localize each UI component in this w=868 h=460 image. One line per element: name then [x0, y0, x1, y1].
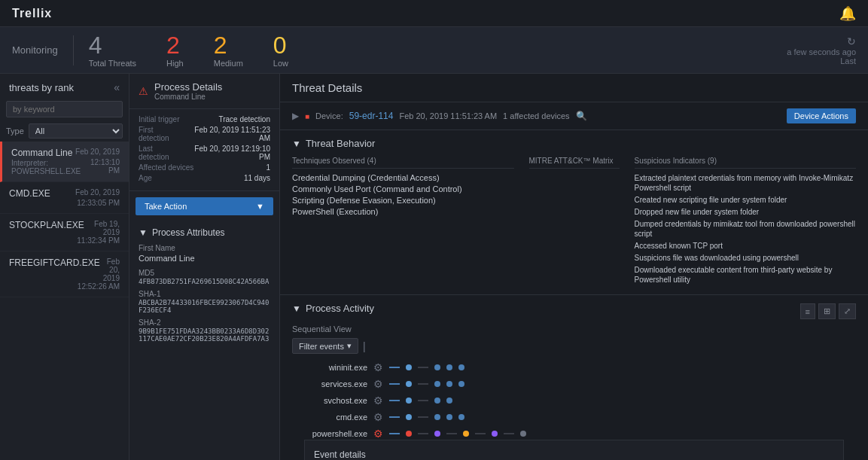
device-search-icon[interactable]: 🔍 — [576, 111, 587, 121]
refresh-icon[interactable]: ↻ — [847, 35, 856, 47]
affected-devices-label: Affected devices — [139, 163, 193, 172]
device-affected: 1 affected devices — [503, 111, 569, 120]
first-detection-label: First detection — [139, 126, 184, 142]
connector — [504, 433, 514, 434]
process-name: svchost.exe — [300, 396, 367, 405]
process-row-wininit: wininit.exe ⚙ — [300, 361, 856, 373]
md5-value: 4FB873DB2751FA269615D08C42A566BA — [139, 278, 270, 285]
sidebar-search[interactable] — [6, 101, 123, 117]
stats-bar: Monitoring 4 Total Threats 2 High 2 Medi… — [0, 27, 868, 74]
process-panel: ⚠ Process Details Command Line Initial t… — [129, 74, 280, 460]
process-attributes-header[interactable]: ▼ Process Attributes — [139, 227, 270, 238]
activity-header[interactable]: ▼ Process Activity — [292, 303, 374, 314]
process-dot — [434, 431, 440, 437]
item-time: 11:32:34 PM — [77, 236, 120, 245]
sha2-value: 9B9B1FE751FDAA3243BB0233A6D8D302117CAE0A… — [139, 327, 270, 343]
take-action-chevron: ▼ — [256, 202, 264, 211]
connector — [389, 400, 400, 401]
device-name[interactable]: 59-edr-114 — [349, 111, 394, 121]
last-detection-label: Last detection — [139, 145, 184, 161]
app-logo: Trellix — [12, 7, 52, 20]
process-name: services.exe — [300, 379, 367, 388]
sidebar-title: threats by rank « — [0, 74, 129, 98]
process-dot — [458, 414, 464, 420]
last-refresh-time: a few seconds ago — [787, 47, 856, 56]
device-bar: ▶ ■ Device: 59-edr-114 Feb 20, 2019 11:5… — [280, 102, 868, 130]
sequential-label: Sequential View — [292, 324, 856, 334]
list-item[interactable]: Command Line Feb 20, 2019 Interpreter: P… — [0, 142, 129, 182]
process-dot — [434, 398, 440, 404]
refresh-info: ↻ a few seconds ago Last — [787, 35, 856, 65]
technique-item: Scripting (Defense Evasion, Execution) — [292, 196, 514, 205]
expand-view-button[interactable]: ⤢ — [839, 303, 856, 319]
event-details-panel: Event details Name POWERSHELL.EXE Proces… — [304, 440, 844, 460]
behavior-header[interactable]: ▼ Threat Behavior — [292, 138, 856, 149]
notification-icon[interactable]: 🔔 — [839, 5, 856, 22]
connector — [418, 367, 428, 368]
device-actions-button[interactable]: Device Actions — [787, 108, 856, 123]
filter-icon: ▾ — [347, 341, 352, 351]
list-item[interactable]: STOCKPLAN.EXE Feb 19, 2019 11:32:34 PM — [0, 214, 129, 251]
process-dot — [458, 381, 464, 387]
top-nav: Trellix 🔔 — [0, 0, 868, 27]
item-name: STOCKPLAN.EXE — [9, 220, 84, 230]
first-detection-value: Feb 20, 2019 11:51:23 AM — [184, 126, 270, 142]
first-name-label: First Name — [139, 244, 270, 252]
process-name: cmd.exe — [300, 413, 367, 422]
sidebar-filter: Type All — [0, 120, 129, 142]
expand-icon[interactable]: ▶ — [292, 111, 299, 121]
chevron-down-icon: ▼ — [292, 139, 301, 149]
total-threats-value: 4 — [89, 33, 136, 57]
list-view-button[interactable]: ≡ — [800, 303, 815, 319]
gear-icon: ⚙ — [373, 361, 383, 373]
connector — [418, 433, 428, 434]
connector — [389, 416, 400, 418]
gear-icon: ⚙ — [373, 395, 383, 407]
item-name: CMD.EXE — [9, 188, 50, 199]
threat-main: Threat Details ▶ ■ Device: 59-edr-114 Fe… — [280, 74, 868, 460]
process-row-services: services.exe ⚙ — [300, 378, 856, 390]
gear-icon: ⚙ — [373, 378, 383, 390]
process-subtitle: Command Line — [154, 93, 222, 101]
process-tree: wininit.exe ⚙ services.exe ⚙ — [292, 361, 856, 440]
chevron-down-icon: ▼ — [292, 303, 301, 314]
medium-label: Medium — [214, 59, 243, 68]
item-date: Feb 19, 2019 — [84, 220, 120, 236]
behavior-cols: Techniques Observed (4) Credential Dumpi… — [292, 157, 856, 287]
filter-select[interactable]: All — [29, 123, 123, 139]
sha1-label: SHA-1 — [139, 290, 270, 298]
item-sub: Interpreter: POWERSHELL.EXE — [11, 159, 89, 175]
item-time: 12:33:05 PM — [77, 199, 120, 207]
process-dot — [406, 398, 412, 404]
connector — [389, 367, 400, 368]
list-item[interactable]: CMD.EXE Feb 20, 2019 12:33:05 PM — [0, 182, 129, 214]
list-item[interactable]: FREEGIFTCARD.EXE Feb 20, 2019 12:52:26 A… — [0, 251, 129, 297]
process-dot — [406, 431, 412, 437]
chevron-down-icon: ▼ — [139, 227, 148, 238]
process-header: ⚠ Process Details Command Line — [129, 74, 279, 109]
process-meta: Initial trigger Trace detection First de… — [129, 109, 279, 191]
item-date: Feb 20, 2019 — [75, 188, 120, 196]
collapse-button[interactable]: « — [114, 81, 120, 93]
search-input[interactable] — [6, 101, 123, 117]
behavior-title: Threat Behavior — [306, 138, 376, 149]
device-status-icon: ■ — [305, 112, 309, 120]
filter-label: Filter events — [299, 342, 344, 351]
techniques-col: Techniques Observed (4) Credential Dumpi… — [292, 157, 514, 287]
last-detection-value: Feb 20, 2019 12:19:10 PM — [184, 145, 270, 161]
gear-icon: ⚙ — [373, 428, 383, 440]
take-action-button[interactable]: Take Action ▼ — [136, 197, 273, 215]
process-dot — [406, 381, 412, 387]
connector — [418, 400, 428, 401]
process-dot — [406, 364, 412, 370]
connector — [475, 433, 486, 434]
take-action-label: Take Action — [145, 202, 187, 211]
affected-devices-value: 1 — [266, 163, 270, 172]
sha1-value: ABCBA2B74433016FBCE9923067D4C940F236ECF4 — [139, 299, 270, 314]
grid-view-button[interactable]: ⊞ — [818, 303, 836, 319]
total-threats-stat: 4 Total Threats — [89, 33, 136, 68]
filter-events-button[interactable]: Filter events ▾ — [292, 338, 358, 354]
threat-details-title: Threat Details — [292, 81, 856, 94]
sidebar: threats by rank « Type All Command Line … — [0, 74, 129, 460]
process-attributes-section: ▼ Process Attributes First Name Command … — [129, 221, 279, 353]
